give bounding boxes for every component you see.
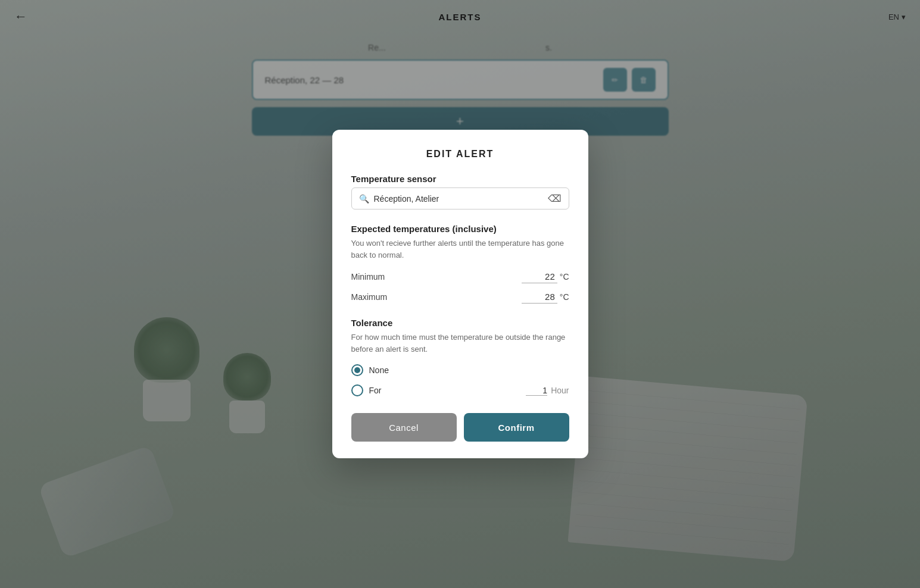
minimum-value-wrap: °C [522,270,569,283]
for-radio-value-wrap: Hour [526,386,569,396]
maximum-label: Maximum [351,292,388,302]
minimum-temp-row: Minimum °C [351,270,569,283]
temp-section-title: Expected temperatures (inclusive) [351,224,569,234]
none-radio-label: None [369,365,569,375]
maximum-temp-row: Maximum °C [351,290,569,304]
maximum-value-wrap: °C [522,290,569,304]
for-radio-row: For Hour [351,384,569,396]
tolerance-hour-input[interactable] [526,386,547,396]
confirm-button[interactable]: Confirm [464,413,569,442]
tolerance-title: Tolerance [351,318,569,328]
minimum-unit: °C [560,272,569,282]
cancel-button[interactable]: Cancel [351,413,457,442]
modal-title: EDIT ALERT [351,149,569,159]
search-icon: 🔍 [359,194,369,204]
temperature-section: Expected temperatures (inclusive) You wo… [351,224,569,304]
none-radio-row: None [351,364,569,376]
tolerance-section: Tolerance For how much time must the tem… [351,318,569,396]
clear-icon: ⌫ [548,193,562,204]
edit-alert-modal: EDIT ALERT Temperature sensor 🔍 ⌫ Expect… [332,130,588,458]
maximum-unit: °C [560,292,569,302]
sensor-section-title: Temperature sensor [351,174,569,184]
minimum-temp-input[interactable] [522,270,557,283]
sensor-search-wrapper: 🔍 ⌫ [351,187,569,209]
sensor-search-input[interactable] [374,194,543,204]
for-radio-label: For [369,386,520,395]
modal-footer: Cancel Confirm [351,413,569,442]
for-radio-button[interactable] [351,384,363,396]
tolerance-desc: For how much time must the temperature b… [351,331,569,355]
none-radio-button[interactable] [351,364,363,376]
clear-search-button[interactable]: ⌫ [548,193,562,204]
minimum-label: Minimum [351,272,385,282]
temp-section-desc: You won't recieve further alerts until t… [351,237,569,261]
hour-label: Hour [551,386,569,395]
maximum-temp-input[interactable] [522,290,557,304]
modal-overlay: EDIT ALERT Temperature sensor 🔍 ⌫ Expect… [0,0,920,588]
